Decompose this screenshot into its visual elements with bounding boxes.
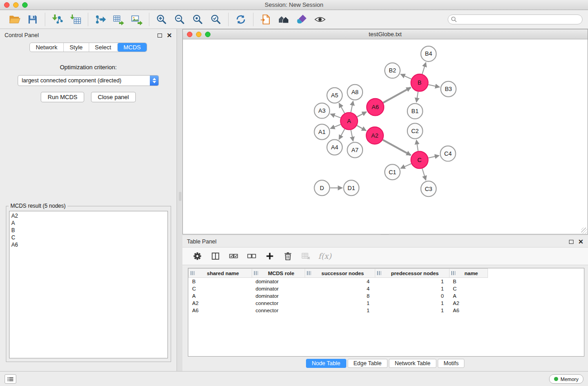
table-cell[interactable]: B	[189, 278, 252, 285]
table-cell[interactable]: 1	[305, 307, 375, 314]
graph-edge-C-C3[interactable]	[422, 168, 426, 180]
delete-table-button[interactable]	[298, 249, 314, 263]
style-paint-button[interactable]	[293, 12, 311, 27]
graph-node-C[interactable]: C	[411, 151, 428, 168]
export-network-button[interactable]	[91, 12, 110, 27]
table-row[interactable]: Adominator80A	[189, 292, 584, 300]
show-columns-button[interactable]	[208, 249, 223, 263]
graph-node-C3[interactable]: C3	[421, 181, 436, 196]
table-cell[interactable]: A2	[449, 300, 488, 307]
table-cell[interactable]: A6	[449, 307, 488, 314]
table-cell[interactable]: C	[449, 285, 488, 292]
column-header[interactable]: MCDS role	[252, 269, 305, 278]
tab-network-table[interactable]: Network Table	[389, 359, 436, 368]
graph-node-A5[interactable]: A5	[327, 88, 342, 103]
mcds-result-item[interactable]: C	[11, 234, 166, 241]
table-cell[interactable]: 1	[305, 300, 375, 307]
graph-edge-A-A5[interactable]	[339, 103, 344, 113]
table-cell[interactable]: dominator	[252, 278, 305, 285]
graph-node-B[interactable]: B	[411, 74, 428, 91]
table-cell[interactable]: A	[189, 292, 252, 300]
table-cell[interactable]: dominator	[252, 285, 305, 292]
graph-node-B4[interactable]: B4	[421, 46, 436, 62]
table-cell[interactable]: A2	[189, 300, 252, 307]
graph-edge-B-B4[interactable]	[422, 62, 426, 74]
graph-edge-A-A7[interactable]	[351, 130, 353, 141]
network-graph[interactable]: B4B2BB3A5A8A6B1A3AC2A1A2A4A7C1CC4C3DD1	[183, 39, 588, 234]
table-cell[interactable]: B	[449, 278, 488, 285]
close-table-panel-icon[interactable]: ✕	[578, 238, 583, 245]
vertical-splitter[interactable]	[179, 192, 182, 201]
tab-edge-table[interactable]: Edge Table	[348, 359, 387, 368]
zoom-fit-button[interactable]	[189, 12, 207, 27]
graph-edge-A-A1[interactable]	[330, 124, 341, 129]
select-all-button[interactable]	[226, 249, 241, 263]
add-column-button[interactable]	[262, 249, 277, 263]
graph-edge-A-A4[interactable]	[339, 129, 345, 139]
close-network-window-button[interactable]	[187, 32, 192, 37]
close-panel-button[interactable]: Close panel	[91, 92, 136, 102]
table-row[interactable]: A2connector11A2	[189, 300, 584, 307]
graph-edge-B-B2[interactable]	[401, 74, 411, 79]
tab-select[interactable]: Select	[89, 43, 117, 52]
tab-mcds[interactable]: MCDS	[117, 43, 147, 52]
graph-node-C4[interactable]: C4	[440, 146, 456, 161]
close-window-button[interactable]	[4, 2, 10, 8]
table-row[interactable]: Cdominator41C	[189, 285, 584, 292]
mcds-result-item[interactable]: A2	[11, 212, 166, 219]
graph-node-A4[interactable]: A4	[327, 139, 342, 155]
graph-node-C1[interactable]: C1	[385, 164, 400, 180]
zoom-out-button[interactable]	[171, 12, 189, 27]
deselect-all-button[interactable]	[244, 249, 259, 263]
graph-edge-A-A6[interactable]	[357, 112, 367, 117]
tab-network[interactable]: Network	[30, 43, 63, 52]
column-header[interactable]: name	[449, 269, 488, 278]
graph-edge-A-A8[interactable]	[351, 101, 353, 112]
refresh-button[interactable]	[232, 12, 250, 27]
graph-node-A1[interactable]: A1	[314, 124, 330, 140]
graph-edge-B-B3[interactable]	[428, 85, 440, 87]
delete-column-button[interactable]	[280, 249, 296, 263]
graph-node-A[interactable]: A	[340, 113, 358, 130]
graph-node-D[interactable]: D	[314, 180, 330, 195]
table-row[interactable]: Bdominator41B	[189, 278, 584, 285]
graph-node-A6[interactable]: A6	[367, 99, 384, 116]
open-folder-button[interactable]	[5, 12, 24, 27]
save-session-button[interactable]	[24, 12, 42, 27]
network-window-titlebar[interactable]: testGlobe.txt	[183, 29, 588, 39]
graph-node-B2[interactable]: B2	[385, 63, 400, 78]
graph-edge-A-A2[interactable]	[357, 125, 366, 130]
float-table-panel-icon[interactable]	[569, 240, 574, 244]
import-table-button[interactable]	[67, 12, 85, 27]
graph-edge-C-C4[interactable]	[428, 156, 439, 158]
optimization-criterion-select[interactable]: largest connected component (directed)	[18, 75, 159, 86]
table-cell[interactable]: C	[189, 285, 252, 292]
import-network-button[interactable]	[48, 12, 67, 27]
graph-edge-A-A3[interactable]	[330, 114, 341, 118]
graph-node-A7[interactable]: A7	[347, 142, 363, 157]
graph-edge-B-B1[interactable]	[416, 92, 418, 102]
open-document-button[interactable]	[257, 12, 275, 27]
tab-motifs[interactable]: Motifs	[438, 359, 464, 368]
table-cell[interactable]: 1	[375, 307, 449, 314]
table-settings-button[interactable]	[190, 249, 205, 263]
column-header[interactable]: successor nodes	[305, 269, 375, 278]
table-cell[interactable]: 1	[375, 285, 449, 292]
table-cell[interactable]: 4	[305, 278, 375, 285]
graph-node-B1[interactable]: B1	[407, 104, 423, 119]
memory-button[interactable]: Memory	[549, 374, 583, 384]
graph-node-D1[interactable]: D1	[344, 180, 359, 195]
mcds-result-item[interactable]: A6	[11, 241, 166, 248]
table-cell[interactable]: 4	[305, 285, 375, 292]
function-builder-button[interactable]: f(x)	[318, 252, 331, 261]
table-cell[interactable]: A	[449, 292, 488, 300]
graph-edge-C-C2[interactable]	[416, 140, 418, 151]
graph-node-A3[interactable]: A3	[314, 103, 330, 119]
tab-node-table[interactable]: Node Table	[306, 359, 346, 368]
table-cell[interactable]: connector	[252, 300, 305, 307]
export-table-button[interactable]	[110, 12, 128, 27]
table-cell[interactable]: 0	[375, 292, 449, 300]
zoom-network-window-button[interactable]	[205, 32, 210, 37]
home-button[interactable]	[275, 12, 293, 27]
graph-edge-C-C1[interactable]	[401, 164, 411, 169]
